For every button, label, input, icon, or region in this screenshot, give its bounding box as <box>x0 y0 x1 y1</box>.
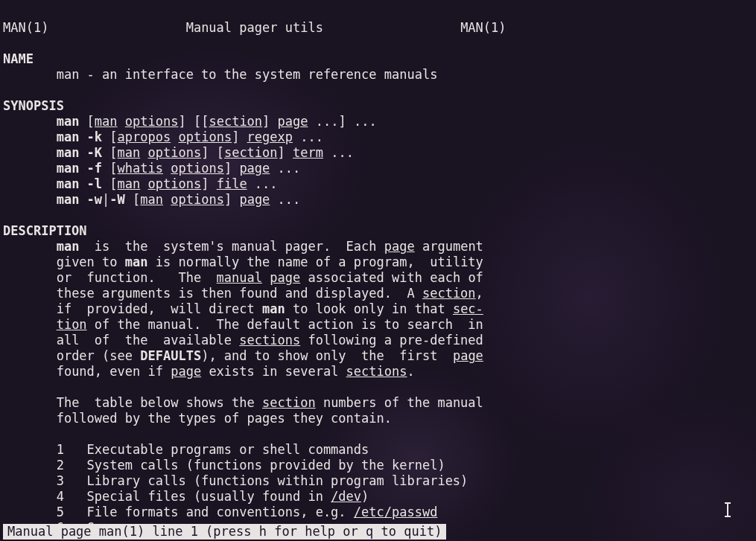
txt: ... <box>270 161 300 176</box>
txt: these arguments is then found and displa… <box>57 286 422 301</box>
opt-options: options <box>148 176 202 191</box>
u-page: page <box>171 364 201 379</box>
man-page-body[interactable]: MAN(1) Manual pager utils MAN(1) NAME ma… <box>0 0 756 536</box>
header-center: Manual pager utils <box>186 20 323 35</box>
syn-man: man <box>57 114 80 129</box>
opt-man: man <box>118 176 141 191</box>
txt: [ <box>102 161 117 176</box>
txt: numbers of the manual <box>316 395 483 410</box>
txt: ...] ... <box>308 114 377 129</box>
txt: The table below shows the <box>57 395 262 410</box>
opt-whatis: whatis <box>118 161 163 176</box>
pager-status-bar[interactable]: Manual page man(1) line 1 (press h for h… <box>3 524 446 540</box>
txt: ] [ <box>201 145 224 160</box>
txt: ), and to show only the first <box>201 348 453 363</box>
txt: order (see <box>57 348 141 363</box>
u-sections: sections <box>239 333 300 348</box>
table-row: 4 Special files (usually found in <box>57 489 331 504</box>
opt-file: file <box>217 176 247 191</box>
txt: ... <box>293 129 323 144</box>
txt: to look only in that <box>285 301 453 316</box>
opt-page: page <box>239 192 270 207</box>
txt: given to <box>57 255 125 269</box>
opt-apropos: apropos <box>118 129 171 144</box>
txt: or function. The <box>57 270 217 285</box>
txt: ] <box>262 114 277 129</box>
txt: of the manual. The default action is to … <box>87 317 483 332</box>
txt: [ <box>79 114 94 129</box>
u-sec: sec- <box>453 301 483 316</box>
opt-regexp: regexp <box>247 129 293 144</box>
opt-page: page <box>278 114 308 129</box>
opt-options: options <box>171 192 224 207</box>
syn-dash-W: -W <box>109 192 124 207</box>
syn-man-f: man -f <box>57 161 102 176</box>
txt: , <box>476 286 483 301</box>
opt-section: section <box>224 145 278 160</box>
opt-options: options <box>171 161 224 176</box>
txt: [ <box>125 192 140 207</box>
opt-man: man <box>140 192 163 207</box>
u-tion: tion <box>57 317 87 332</box>
txt: is the system's manual pager. Each <box>79 239 384 254</box>
u-page: page <box>270 270 300 285</box>
txt: ] [[ <box>178 114 209 129</box>
txt: all of the available <box>57 333 240 348</box>
d-man: man <box>262 301 285 316</box>
name-line: man - an interface to the system referen… <box>57 67 438 82</box>
txt: ] <box>278 145 293 160</box>
opt-man: man <box>118 145 141 160</box>
txt: [ <box>102 176 117 191</box>
opt-options: options <box>148 145 202 160</box>
u-section: section <box>422 286 476 301</box>
section-heading-name: NAME <box>3 51 34 66</box>
txt: ] <box>201 176 216 191</box>
header-right: MAN(1) <box>460 20 506 35</box>
syn-man-k: man -k <box>57 129 102 144</box>
txt: if provided, will direct <box>57 301 262 316</box>
txt: exists in several <box>201 364 346 379</box>
opt-man: man <box>95 114 118 129</box>
table-row: 5 File formats and conventions, e.g. <box>57 505 354 519</box>
d-man: man <box>57 239 80 254</box>
syn-man-l: man -l <box>57 176 102 191</box>
opt-page: page <box>239 161 270 176</box>
txt: associated with each of <box>300 270 483 285</box>
txt: [ <box>102 129 117 144</box>
txt: ... <box>247 176 278 191</box>
section-heading-description: DESCRIPTION <box>3 223 87 238</box>
header-left: MAN(1) <box>3 20 48 35</box>
u-page: page <box>384 239 415 254</box>
opt-options: options <box>178 129 232 144</box>
u-sections: sections <box>346 364 407 379</box>
opt-section: section <box>209 114 262 129</box>
d-man: man <box>125 255 148 269</box>
txt: . <box>407 364 415 379</box>
u-manual: manual <box>217 270 262 285</box>
u-dev: /dev <box>331 489 361 504</box>
txt: | <box>102 192 109 207</box>
table-row: 3 Library calls (functions within progra… <box>57 473 468 488</box>
txt: argument <box>415 239 483 254</box>
table-row: 2 System calls (functions provided by th… <box>57 458 445 473</box>
txt: [ <box>102 145 117 160</box>
txt: ] <box>232 129 247 144</box>
txt: followed by the types of pages they cont… <box>57 411 392 426</box>
syn-man-w: man -w <box>57 192 102 207</box>
syn-man-K: man -K <box>57 145 102 160</box>
txt: ... <box>323 145 354 160</box>
txt: following a pre-defined <box>300 333 483 348</box>
txt: found, even if <box>57 364 171 379</box>
txt: is normally the name of a program, utili… <box>148 255 483 269</box>
u-page: page <box>453 348 483 363</box>
opt-term: term <box>293 145 323 160</box>
txt: ] <box>224 192 239 207</box>
u-section: section <box>262 395 316 410</box>
txt: ] <box>224 161 239 176</box>
u-etc-passwd: /etc/passwd <box>354 505 438 519</box>
txt: ) <box>361 489 369 504</box>
table-row: 1 Executable programs or shell commands <box>57 442 369 457</box>
d-defaults: DEFAULTS <box>140 348 201 363</box>
txt: ... <box>270 192 300 207</box>
section-heading-synopsis: SYNOPSIS <box>3 98 64 113</box>
